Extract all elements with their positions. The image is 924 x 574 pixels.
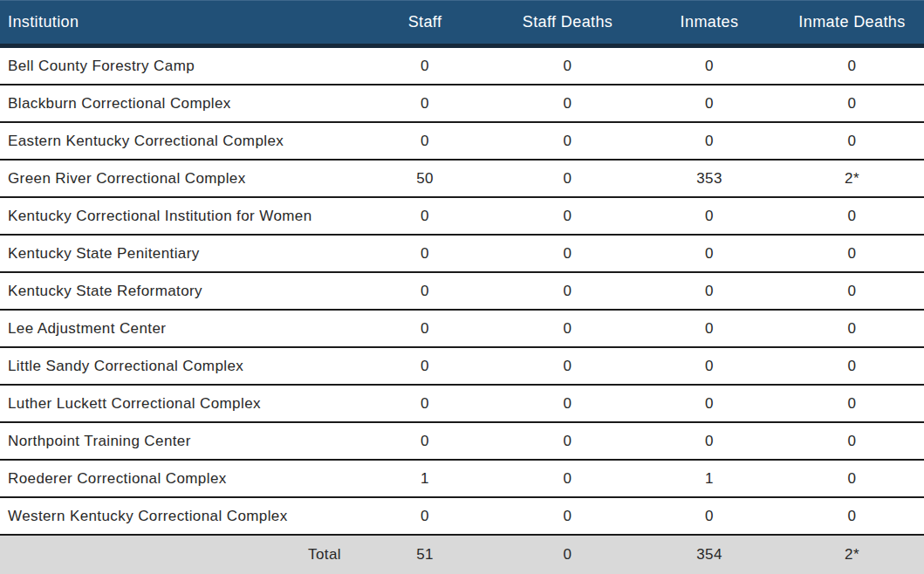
staff-deaths-cell: 0: [496, 395, 639, 413]
institution-cell: Lee Adjustment Center: [0, 320, 353, 338]
staff-deaths-cell: 0: [496, 320, 639, 338]
staff-deaths-cell: 0: [496, 470, 639, 488]
staff-deaths-cell: 0: [496, 245, 639, 263]
total-inmates-cell: 354: [639, 546, 780, 564]
institution-cell: Blackburn Correctional Complex: [0, 95, 353, 113]
inmates-cell: 0: [639, 283, 780, 300]
table-row: Bell County Forestry Camp 0 0 0 0: [0, 48, 924, 85]
inmates-cell: 0: [639, 395, 780, 413]
inmate-deaths-cell: 0: [780, 58, 924, 75]
inmate-deaths-cell: 0: [780, 95, 924, 113]
institution-cell: Green River Correctional Complex: [0, 170, 353, 188]
staff-cell: 0: [353, 95, 496, 113]
table-row: Luther Luckett Correctional Complex 0 0 …: [0, 386, 924, 423]
staff-cell: 1: [353, 470, 496, 488]
institution-cell: Kentucky Correctional Institution for Wo…: [0, 208, 353, 225]
institution-cell: Kentucky State Penitentiary: [0, 245, 353, 263]
institution-cell: Kentucky State Reformatory: [0, 283, 353, 300]
staff-deaths-cell: 0: [496, 208, 639, 225]
institution-cell: Northpoint Training Center: [0, 433, 353, 450]
total-staff-cell: 51: [353, 546, 496, 564]
staff-deaths-cell: 0: [496, 133, 639, 150]
inmates-cell: 353: [639, 170, 780, 188]
column-header-inmates: Inmates: [639, 13, 780, 31]
staff-cell: 0: [353, 245, 496, 263]
staff-deaths-cell: 0: [496, 433, 639, 450]
staff-cell: 0: [353, 358, 496, 375]
inmates-cell: 0: [639, 133, 780, 150]
staff-cell: 0: [353, 433, 496, 450]
column-header-institution: Institution: [0, 13, 353, 31]
inmate-deaths-cell: 0: [780, 208, 924, 225]
table-row: Kentucky Correctional Institution for Wo…: [0, 198, 924, 236]
staff-cell: 0: [353, 58, 496, 75]
institution-cell: Luther Luckett Correctional Complex: [0, 395, 353, 413]
staff-deaths-cell: 0: [496, 58, 639, 75]
staff-cell: 0: [353, 320, 496, 338]
inmate-deaths-cell: 0: [780, 395, 924, 413]
staff-cell: 0: [353, 133, 496, 150]
institution-cell: Eastern Kentucky Correctional Complex: [0, 133, 353, 150]
staff-cell: 0: [353, 208, 496, 225]
staff-cell: 50: [353, 170, 496, 188]
inmate-deaths-cell: 0: [780, 320, 924, 338]
total-inmate-deaths-cell: 2*: [780, 546, 924, 564]
inmate-deaths-cell: 0: [780, 358, 924, 375]
inmates-cell: 0: [639, 58, 780, 75]
institution-cell: Little Sandy Correctional Complex: [0, 358, 353, 375]
staff-deaths-cell: 0: [496, 283, 639, 300]
institution-cell: Bell County Forestry Camp: [0, 58, 353, 75]
table-row: Blackburn Correctional Complex 0 0 0 0: [0, 85, 924, 123]
staff-deaths-cell: 0: [496, 95, 639, 113]
inmate-deaths-cell: 0: [780, 245, 924, 263]
table-row: Kentucky State Penitentiary 0 0 0 0: [0, 236, 924, 273]
inmates-cell: 1: [639, 470, 780, 488]
institution-cell: Roederer Correctional Complex: [0, 470, 353, 488]
inmate-deaths-cell: 0: [780, 433, 924, 450]
table-row: Roederer Correctional Complex 1 0 1 0: [0, 461, 924, 498]
table-row: Eastern Kentucky Correctional Complex 0 …: [0, 123, 924, 161]
table-row: Green River Correctional Complex 50 0 35…: [0, 161, 924, 198]
staff-deaths-cell: 0: [496, 508, 639, 525]
institutions-table: Institution Staff Staff Deaths Inmates I…: [0, 0, 924, 574]
inmate-deaths-cell: 0: [780, 470, 924, 488]
inmate-deaths-cell: 0: [780, 133, 924, 150]
inmate-deaths-cell: 2*: [780, 170, 924, 188]
total-label: Total: [0, 546, 353, 564]
staff-deaths-cell: 0: [496, 358, 639, 375]
inmate-deaths-cell: 0: [780, 508, 924, 525]
inmates-cell: 0: [639, 508, 780, 525]
table-header-row: Institution Staff Staff Deaths Inmates I…: [0, 0, 924, 48]
staff-cell: 0: [353, 508, 496, 525]
total-row: Total 51 0 354 2*: [0, 536, 924, 574]
table-row: Western Kentucky Correctional Complex 0 …: [0, 498, 924, 536]
total-staff-deaths-cell: 0: [496, 546, 639, 564]
inmates-cell: 0: [639, 358, 780, 375]
table-row: Little Sandy Correctional Complex 0 0 0 …: [0, 348, 924, 386]
table-row: Kentucky State Reformatory 0 0 0 0: [0, 273, 924, 311]
inmates-cell: 0: [639, 320, 780, 338]
inmates-cell: 0: [639, 245, 780, 263]
table-row: Northpoint Training Center 0 0 0 0: [0, 423, 924, 461]
staff-cell: 0: [353, 395, 496, 413]
column-header-staff-deaths: Staff Deaths: [496, 13, 639, 31]
inmate-deaths-cell: 0: [780, 283, 924, 300]
institution-cell: Western Kentucky Correctional Complex: [0, 508, 353, 525]
inmates-cell: 0: [639, 95, 780, 113]
inmates-cell: 0: [639, 208, 780, 225]
staff-deaths-cell: 0: [496, 170, 639, 188]
column-header-inmate-deaths: Inmate Deaths: [780, 13, 924, 31]
column-header-staff: Staff: [353, 13, 496, 31]
inmates-cell: 0: [639, 433, 780, 450]
table-row: Lee Adjustment Center 0 0 0 0: [0, 311, 924, 348]
staff-cell: 0: [353, 283, 496, 300]
